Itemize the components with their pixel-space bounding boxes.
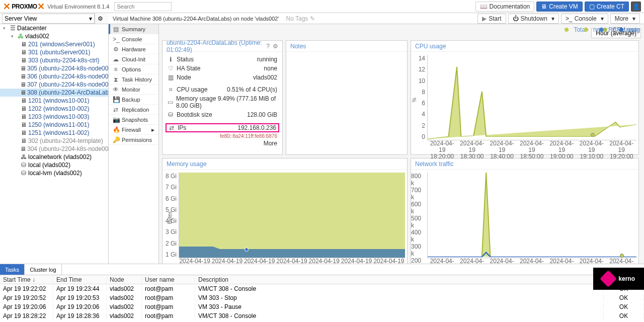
monitor-icon: 🖥 <box>20 57 27 64</box>
tree-storage-item[interactable]: 🖧localnetwork (vlads002) <box>0 153 108 161</box>
monitor-icon: 🖥 <box>20 81 26 88</box>
task-row[interactable]: Apr 19 18:28:22Apr 19 18:28:36vlads002ro… <box>0 311 644 320</box>
vm-menu-options[interactable]: ≡Options <box>109 64 158 74</box>
server-icon: ☰ <box>9 25 16 32</box>
vm-menu-task-history[interactable]: ⧗Task History <box>109 74 158 85</box>
monitor-icon: 🖥 <box>20 41 27 48</box>
menu-icon: ⧗ <box>113 76 119 83</box>
tree-node[interactable]: ▾🖧vlads002 <box>0 32 108 40</box>
network-chart: 800 k700 k600 k500 k400 k300 k200 k100 k… <box>411 170 638 264</box>
gear-icon[interactable]: ⚙ <box>273 43 278 50</box>
svg-rect-0 <box>179 173 405 258</box>
monitor-icon: 🖥 <box>20 89 26 96</box>
chevron-down-icon: ▾ <box>89 15 92 22</box>
tree-vm-item-stopped[interactable]: 🖥304 (ubuntu-2204-k8s-node001) <box>0 145 108 153</box>
logo: ✕ PROXMO✕ <box>3 1 44 12</box>
vm-menu-hardware[interactable]: ⚙Hardware <box>109 44 158 54</box>
monitor-icon: 🖥 <box>20 137 27 144</box>
cpu-usage-panel: CPU usage CPU usag 14121086420 % 2024-04… <box>411 40 639 155</box>
tree-storage-item[interactable]: ⛁local-lvm (vlads002) <box>0 169 108 177</box>
tree-vm-item[interactable]: 🖥1201 (windows10-001) <box>0 97 108 105</box>
tree-vm-item[interactable]: 🖥305 (ubuntu-2204-k8s-node002) <box>0 64 108 72</box>
tree-vm-item[interactable]: 🖥201 (windowsServer001) <box>0 40 108 48</box>
play-icon: ▶ <box>482 15 487 22</box>
host-icon: 🖧 <box>17 33 24 40</box>
memory-usage-panel: Memory usage Total RAM usage 8 Gi7 Gi6 G… <box>162 158 408 264</box>
vm-menu-permissions[interactable]: 🔑Permissions <box>109 135 158 145</box>
resource-tree: ▾☰Datacenter ▾🖧vlads002 🖥201 (windowsSer… <box>0 24 109 264</box>
network-traffic-panel: Network traffic netin neto 800 k700 k600… <box>411 158 639 264</box>
shutdown-button[interactable]: ⏻Shutdown▾ <box>508 14 559 24</box>
monitor-icon: 🖥 <box>20 129 27 136</box>
tree-vm-item[interactable]: 🖥306 (ubuntu-2204-k8s-node003) <box>0 72 108 80</box>
tree-vm-item-stopped[interactable]: 🖥302 (ubuntu-2204-template) <box>0 137 108 145</box>
settings-gear-button[interactable]: ⚙ <box>95 13 106 24</box>
monitor-icon: 🖥 <box>20 113 27 120</box>
monitor-icon: 🖥 <box>541 3 547 10</box>
menu-icon: ☁ <box>113 56 119 63</box>
documentation-button[interactable]: 📖Documentation <box>475 2 535 12</box>
pencil-icon: ✎ <box>310 15 315 22</box>
info-icon: ℹ <box>168 56 174 63</box>
view-selector[interactable]: Server View▾ <box>2 14 95 24</box>
breadcrumb: Virtual Machine 308 (ubuntu-2204-ArcData… <box>113 16 279 22</box>
vm-side-menu: ▤Summary>_Console⚙Hardware☁Cloud-Init≡Op… <box>109 24 159 264</box>
menu-icon: 💾 <box>113 96 119 103</box>
tree-vm-item[interactable]: 🖥1202 (windows10-002) <box>0 105 108 113</box>
tree-vm-item[interactable]: 🖥308 (ubuntu-2204-ArcDataLabs) <box>0 89 108 97</box>
more-link[interactable]: More <box>163 139 282 148</box>
gear-icon: ⚙ <box>98 15 103 22</box>
kerno-logo-icon <box>600 270 617 287</box>
vm-menu-firewall[interactable]: 🔥Firewall ▸ <box>109 125 158 135</box>
more-button[interactable]: More▾ <box>610 14 640 24</box>
breadcrumb-bar: Virtual Machine 308 (ubuntu-2204-ArcData… <box>109 13 644 24</box>
storage-icon: 🖧 <box>20 153 27 160</box>
building-icon: ▥ <box>168 74 174 81</box>
task-row[interactable]: Apr 19 19:20:52Apr 19 19:20:53vlads002ro… <box>0 293 644 302</box>
help-icon[interactable]: ? <box>266 43 270 50</box>
create-ct-button[interactable]: ▢Create CT <box>585 2 629 12</box>
tree-storage-item[interactable]: ⛁local (vlads002) <box>0 161 108 169</box>
create-vm-button[interactable]: 🖥Create VM <box>536 2 582 12</box>
console-button[interactable]: >_Console▾ <box>561 14 608 24</box>
tree-datacenter[interactable]: ▾☰Datacenter <box>0 24 108 32</box>
start-button[interactable]: ▶Start <box>477 14 506 24</box>
vm-menu-replication[interactable]: ⇄Replication <box>109 105 158 115</box>
vm-menu-backup[interactable]: 💾Backup <box>109 95 158 105</box>
vm-menu-snapshots[interactable]: 📷Snapshots <box>109 115 158 125</box>
monitor-icon: 🖥 <box>20 65 26 72</box>
vm-menu-console[interactable]: >_Console <box>109 34 158 44</box>
tree-vm-item[interactable]: 🖥1203 (windows10-003) <box>0 113 108 121</box>
vm-info-panel: ubuntu-2204-ArcDataLabs (Uptime: 01:02:4… <box>162 40 283 155</box>
menu-icon: ≡ <box>113 66 119 73</box>
tree-vm-item[interactable]: 🖥307 (ubuntu-2204-k8s-node004) <box>0 80 108 89</box>
monitor-icon: 🖥 <box>20 73 26 80</box>
tab-cluster-log[interactable]: Cluster log <box>25 264 62 275</box>
user-icon: 👤 <box>632 3 640 10</box>
vm-menu-cloud-init[interactable]: ☁Cloud-Init <box>109 54 158 64</box>
storage-icon: ⛁ <box>20 170 27 177</box>
tree-vm-item[interactable]: 🖥1250 (windows11-001) <box>0 121 108 129</box>
book-icon: 📖 <box>480 3 488 10</box>
monitor-icon: 🖥 <box>20 97 27 104</box>
tab-tasks[interactable]: Tasks <box>0 264 25 275</box>
tree-vm-item[interactable]: 🖥301 (ubuntuServer001) <box>0 48 108 56</box>
user-menu-button[interactable]: 👤 <box>631 2 641 12</box>
search-input[interactable] <box>114 2 172 11</box>
task-row[interactable]: Apr 19 19:20:06Apr 19 19:20:06vlads002ro… <box>0 302 644 311</box>
menu-icon: >_ <box>113 36 119 43</box>
panel-title: ubuntu-2204-ArcDataLabs (Uptime: 01:02:4… <box>163 41 282 52</box>
tags-area[interactable]: No Tags✎ <box>286 15 315 22</box>
menu-icon: 🔑 <box>113 136 119 143</box>
ip-row-highlight: ⇄IPs192.168.0.236 <box>166 123 279 132</box>
vm-menu-summary[interactable]: ▤Summary <box>109 24 158 34</box>
task-row[interactable]: Apr 19 19:22:02Apr 19 19:23:44vlads002ro… <box>0 284 644 293</box>
menu-icon: ⚙ <box>113 46 119 53</box>
menu-icon: 📷 <box>113 116 119 123</box>
tree-vm-item[interactable]: 🖥303 (ubuntu-2204-k8s-ctrl) <box>0 56 108 64</box>
memory-chart: 8 Gi7 Gi6 Gi5 Gi4 Gi3 Gi2 Gi1 Gi Bytes 2… <box>163 170 407 264</box>
terminal-icon: >_ <box>566 15 573 22</box>
tree-vm-item[interactable]: 🖥1251 (windows11-002) <box>0 129 108 137</box>
task-table-header: Start Time ↓ End Time Node User name Des… <box>0 275 644 284</box>
vm-menu-monitor[interactable]: 👁Monitor <box>109 85 158 95</box>
